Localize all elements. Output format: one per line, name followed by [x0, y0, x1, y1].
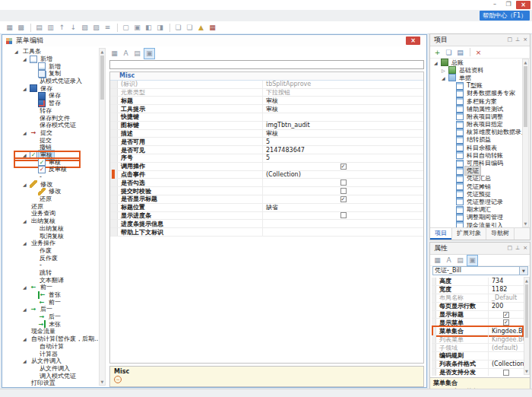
scroll-down-icon[interactable]: ▼ [100, 379, 105, 385]
expander-icon[interactable] [23, 240, 30, 246]
scroll-thumb[interactable] [100, 56, 104, 100]
tree-item[interactable]: 科目自动转账 [431, 151, 524, 159]
tree-item[interactable]: 核算维度初始数据录入 [431, 129, 524, 136]
property-pages-icon[interactable]: ▤ [455, 256, 465, 265]
alphabetical-icon[interactable]: A [444, 256, 454, 265]
tree-item[interactable]: 凭证 [431, 167, 524, 175]
scroll-up-icon[interactable]: ▲ [524, 278, 529, 284]
property-value[interactable]: imgTbtn_audit [263, 122, 423, 129]
property-value[interactable]: 下拉按钮 [263, 88, 423, 97]
property-row[interactable]: 布局名称_Default [432, 294, 524, 303]
alphabetical-icon[interactable]: A [121, 49, 131, 59]
property-value[interactable] [263, 212, 423, 218]
property-row[interactable]: 标题审核 [110, 97, 423, 105]
checkbox[interactable] [340, 196, 347, 202]
property-value[interactable] [263, 179, 423, 186]
delete-icon[interactable]: × [473, 47, 483, 57]
tab-扩展对象[interactable]: 扩展对象 [452, 228, 486, 240]
restore-icon[interactable]: ❐ [503, 1, 514, 8]
property-row[interactable]: 高度734 [432, 278, 524, 286]
list-icon[interactable]: ≡ [103, 23, 112, 33]
property-row[interactable]: 进度条提示信息 [110, 220, 423, 228]
property-value[interactable]: (default) [489, 345, 524, 351]
property-row[interactable]: 显示进度条 [110, 212, 423, 221]
checkbox[interactable] [503, 370, 509, 376]
help-center-button[interactable]: 帮助中心（F1） [480, 11, 530, 21]
outdent-icon[interactable]: ▥ [46, 23, 55, 33]
property-value[interactable]: 1182 [489, 286, 524, 293]
property-pages-icon[interactable]: ▤ [132, 49, 142, 59]
project-tree-scrollbar[interactable]: ▲ ▼ [522, 59, 529, 227]
tree-item[interactable]: 可用科目编码 [431, 159, 524, 167]
property-row[interactable]: 帮助上下文标识 [110, 228, 423, 237]
categorized-icon[interactable]: ▦ [109, 49, 119, 59]
scroll-thumb[interactable] [524, 66, 527, 127]
property-row[interactable]: 是否可见2147483647 [110, 146, 423, 154]
tree-item[interactable]: 科目余额表 [431, 144, 524, 151]
property-row[interactable]: (标识)tbSplitApprove [110, 81, 423, 89]
property-row[interactable]: 列表条件格式(Collection) [432, 360, 524, 369]
property-row[interactable]: 列表菜单Kingdee.BOS.Co... [432, 335, 524, 344]
property-row[interactable]: 描述审核 [110, 130, 423, 138]
scroll-down-icon[interactable]: ▼ [523, 221, 528, 227]
expander-icon[interactable] [442, 68, 448, 73]
tree-item[interactable]: 调整期间管理 [431, 214, 524, 221]
expander-icon[interactable] [23, 182, 30, 187]
tree-item[interactable]: 凭证整理记录 [431, 198, 524, 205]
menu-new-icon[interactable]: ▦ [5, 23, 14, 33]
property-value[interactable] [489, 319, 524, 326]
scroll-up-icon[interactable]: ▲ [523, 59, 528, 65]
expander-icon[interactable] [23, 56, 30, 62]
tree-item[interactable]: 凭证汇总 [431, 175, 524, 183]
property-row[interactable]: 子领域(default) [432, 344, 524, 352]
property-row[interactable]: 编码规则 [432, 352, 524, 360]
tree-item[interactable]: T型账 [431, 82, 524, 90]
collapse-icon[interactable]: ▣ [132, 23, 142, 33]
property-value[interactable]: 200 [489, 303, 524, 310]
move-up-icon[interactable]: ↑ [57, 23, 67, 33]
property-value[interactable]: 5 [263, 138, 423, 145]
pin-icon[interactable]: ⊥ [515, 34, 520, 46]
tree-item[interactable]: 还原 [5, 195, 98, 203]
property-row[interactable]: 调用操作 [110, 163, 423, 171]
property-value[interactable]: tbSplitApprove [263, 81, 423, 87]
tree-item[interactable]: 凭证预提 [431, 190, 524, 198]
checkbox[interactable] [340, 212, 347, 218]
tree-item[interactable]: 打印设置 [5, 380, 98, 386]
events-icon[interactable]: ▣ [467, 255, 478, 266]
property-row[interactable]: 是否可用5 [110, 138, 423, 146]
close-icon[interactable]: × [406, 37, 420, 45]
tree-item[interactable]: 反作废 [5, 254, 98, 262]
property-row[interactable]: 元素类型下拉按钮 [110, 89, 423, 97]
checkbox[interactable] [340, 179, 347, 186]
split-h-icon[interactable]: ◧ [144, 23, 154, 33]
tree-item[interactable]: 附表项目调整 [431, 113, 524, 120]
property-value[interactable]: 2147483647 [263, 147, 423, 154]
add-icon[interactable]: + [432, 47, 442, 57]
tree-item[interactable]: 多栏账方案 [431, 97, 524, 105]
checkbox[interactable] [340, 164, 347, 170]
property-row[interactable]: 提交时校验 [110, 187, 423, 195]
property-value[interactable] [263, 196, 423, 202]
expander-icon[interactable] [23, 130, 30, 135]
checkbox[interactable] [503, 312, 509, 318]
property-row[interactable]: 快捷键 [110, 113, 423, 122]
expander-icon[interactable] [23, 336, 30, 341]
tree-item[interactable]: 辅助属性测试 [431, 105, 524, 113]
menu-tree-scrollbar[interactable]: ▲ ▼ [99, 48, 106, 386]
float-icon[interactable]: □ [507, 243, 512, 254]
expander-icon[interactable] [434, 60, 441, 65]
tree-item[interactable]: 反审核 [5, 166, 98, 173]
properties-grid-scrollbar[interactable]: ▲ ▼ [524, 277, 530, 375]
tree-item[interactable]: 结转损益 [431, 136, 524, 144]
property-row[interactable]: 标题位置缺省 [110, 204, 423, 212]
property-row[interactable]: 序号5 [110, 154, 423, 163]
property-value[interactable] [489, 312, 524, 318]
scroll-up-icon[interactable]: ▲ [100, 49, 105, 55]
checkbox[interactable] [503, 319, 509, 326]
close-icon[interactable]: × [523, 34, 527, 46]
scroll-thumb[interactable] [525, 284, 528, 338]
lock-icon[interactable]: ▲ [196, 23, 206, 33]
expander-icon[interactable] [23, 306, 30, 312]
minimize-icon[interactable]: – [489, 1, 500, 8]
